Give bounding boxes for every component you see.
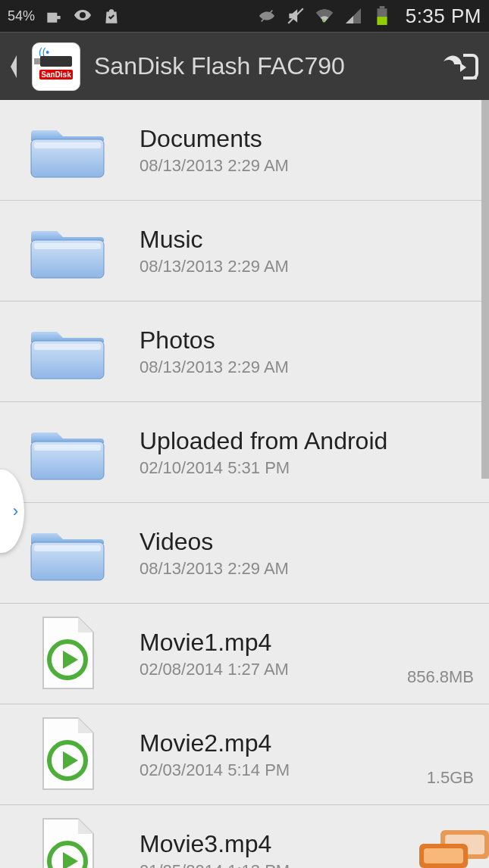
usb-icon [40, 56, 72, 67]
chevron-right-icon: › [13, 501, 18, 521]
item-size: 856.8MB [407, 667, 474, 704]
item-name: Movie3.mp4 [139, 830, 427, 858]
svg-point-5 [474, 76, 477, 80]
back-icon[interactable] [9, 55, 18, 78]
usb-connected-icon [44, 6, 64, 26]
transfer-icon[interactable] [440, 51, 480, 83]
wifi-direct-icon [73, 6, 92, 26]
svg-rect-2 [377, 17, 387, 25]
svg-point-3 [465, 76, 468, 80]
shopping-bag-icon [102, 6, 121, 26]
item-name: Documents [139, 125, 474, 153]
folder-row[interactable]: Videos08/13/2013 2:29 AM [0, 503, 489, 604]
battery-percent: 54% [8, 8, 35, 24]
item-text: Documents08/13/2013 2:29 AM [117, 125, 474, 176]
folder-icon [18, 321, 117, 382]
item-name: Videos [139, 528, 474, 556]
battery-icon [372, 6, 392, 26]
svg-rect-9 [424, 848, 463, 863]
item-timestamp: 08/13/2013 2:29 AM [139, 559, 474, 579]
file-row[interactable]: Movie1.mp402/08/2014 1:27 AM856.8MB [0, 604, 489, 704]
status-left: 54% [8, 6, 121, 26]
file-row[interactable]: Movie2.mp402/03/2014 5:14 PM1.5GB [0, 704, 489, 805]
item-timestamp: 08/13/2013 2:29 AM [139, 257, 474, 276]
signal-icon [343, 6, 363, 26]
wifi-icon [315, 6, 334, 26]
video-file-icon [18, 616, 117, 692]
item-text: Uploaded from Android02/10/2014 5:31 PM [117, 427, 474, 478]
item-text: Photos08/13/2013 2:29 AM [117, 326, 474, 377]
svg-point-4 [469, 76, 472, 80]
item-text: Music08/13/2013 2:29 AM [117, 226, 474, 276]
app-title: SanDisk Flash FAC790 [94, 52, 427, 80]
brand-label: SanDisk [39, 70, 72, 80]
app-logo[interactable]: ((• SanDisk [32, 42, 80, 91]
item-name: Movie2.mp4 [139, 729, 427, 757]
item-timestamp: 02/03/2014 5:14 PM [139, 760, 427, 780]
folder-row[interactable]: Music08/13/2013 2:29 AM [0, 201, 489, 301]
item-text: Movie3.mp401/25/2014 1:13 PM [117, 830, 427, 869]
item-text: Movie2.mp402/03/2014 5:14 PM [117, 729, 427, 780]
file-listing[interactable]: Documents08/13/2013 2:29 AMMusic08/13/20… [0, 100, 489, 868]
file-row[interactable]: Movie3.mp401/25/2014 1:13 PM1.3GB [0, 805, 489, 868]
item-text: Movie1.mp402/08/2014 1:27 AM [117, 629, 407, 679]
folder-icon [18, 422, 117, 482]
video-file-icon [18, 717, 117, 792]
item-timestamp: 08/13/2013 2:29 AM [139, 156, 474, 176]
item-name: Music [139, 226, 474, 254]
android-status-bar: 54% 5:35 PM [0, 0, 489, 32]
item-timestamp: 01/25/2014 1:13 PM [139, 861, 427, 869]
status-right: 5:35 PM [257, 5, 481, 28]
folder-icon [18, 120, 117, 180]
folder-row[interactable]: Documents08/13/2013 2:29 AM [0, 100, 489, 201]
mute-icon [286, 6, 306, 26]
folder-row[interactable]: Uploaded from Android02/10/2014 5:31 PM [0, 402, 489, 503]
item-timestamp: 08/13/2013 2:29 AM [139, 358, 474, 377]
watermark-icon [418, 823, 489, 868]
item-name: Photos [139, 326, 474, 354]
item-name: Uploaded from Android [139, 427, 474, 455]
folder-icon [18, 220, 117, 281]
item-timestamp: 02/08/2014 1:27 AM [139, 660, 407, 679]
item-name: Movie1.mp4 [139, 629, 407, 657]
clock: 5:35 PM [406, 5, 481, 28]
eye-off-icon [257, 6, 277, 26]
video-file-icon [18, 817, 117, 868]
folder-row[interactable]: Photos08/13/2013 2:29 AM [0, 301, 489, 402]
item-size: 1.5GB [427, 768, 474, 804]
app-header: ((• SanDisk SanDisk Flash FAC790 [0, 32, 489, 100]
item-text: Videos08/13/2013 2:29 AM [117, 528, 474, 579]
folder-icon [18, 523, 117, 583]
svg-rect-1 [379, 6, 384, 8]
item-timestamp: 02/10/2014 5:31 PM [139, 458, 474, 478]
scrollbar[interactable] [481, 100, 489, 479]
